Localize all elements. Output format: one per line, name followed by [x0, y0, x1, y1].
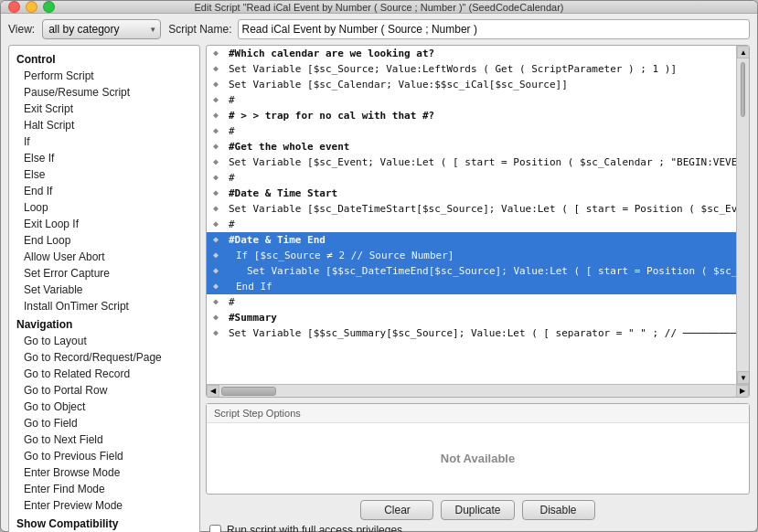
script-editor-scroll[interactable]: ◆ #Which calendar are we looking at? ◆ S…	[207, 46, 736, 384]
close-button[interactable]	[8, 1, 20, 13]
checkbox-row: Run script with full access privileges	[206, 524, 750, 532]
traffic-lights	[8, 1, 55, 13]
list-item[interactable]: Go to Layout	[9, 333, 199, 349]
script-line[interactable]: ◆ #Date & Time Start	[207, 186, 736, 201]
bottom-controls: Clear Duplicate Disable Run script with …	[206, 500, 750, 532]
list-item[interactable]: Enter Find Mode	[9, 481, 199, 497]
script-editor-body: ◆ #Which calendar are we looking at? ◆ S…	[207, 46, 749, 384]
scroll-down-arrow[interactable]: ▼	[737, 371, 749, 384]
top-row: View: all by category Script Name:	[8, 19, 750, 39]
list-item[interactable]: Install OnTimer Script	[9, 298, 199, 314]
scroll-left-arrow[interactable]: ◀	[207, 385, 219, 398]
list-item[interactable]: Go to Next Field	[9, 431, 199, 448]
script-line[interactable]: ◆ Set Variable [$sc_Calendar; Value:$$sc…	[207, 77, 736, 92]
view-select[interactable]: all by category	[42, 19, 161, 39]
script-name-input[interactable]	[238, 19, 751, 39]
script-line-highlighted[interactable]: ◆ Set Variable [$$sc_DateTimeEnd[$sc_Sou…	[207, 263, 736, 279]
options-panel: Script Step Options Not Available	[206, 403, 750, 495]
script-line[interactable]: ◆ #Get the whole event	[207, 139, 736, 154]
list-item-related-record[interactable]: Go to Related Record	[9, 366, 199, 382]
view-select-wrapper: all by category	[42, 19, 161, 39]
script-name-label: Script Name:	[168, 23, 231, 36]
vertical-scrollbar[interactable]: ▲ ▼	[736, 46, 749, 384]
script-line[interactable]: ◆ # > > trap for no cal with that #?	[207, 108, 736, 123]
view-label: View:	[8, 23, 35, 36]
options-content: Not Available	[207, 423, 749, 494]
script-line[interactable]: ◆ Set Variable [$sc_DateTimeStart[$sc_So…	[207, 201, 736, 217]
script-line[interactable]: ◆ #	[207, 92, 736, 108]
list-item[interactable]: If	[9, 133, 199, 150]
script-line[interactable]: ◆ #	[207, 170, 736, 186]
horizontal-scrollbar[interactable]: ◀ ▶	[207, 384, 749, 397]
script-line[interactable]: ◆ Set Variable [$$sc_Summary[$sc_Source]…	[207, 325, 736, 341]
options-header: Script Step Options	[207, 404, 749, 423]
scroll-thumb[interactable]	[741, 62, 745, 117]
minimize-button[interactable]	[26, 1, 37, 13]
main-window: Edit Script "Read iCal Event by Number (…	[0, 0, 758, 532]
script-line[interactable]: ◆ Set Variable [$sc_Event; Value:Let ( […	[207, 154, 736, 170]
title-bar: Edit Script "Read iCal Event by Number (…	[1, 1, 757, 14]
script-line[interactable]: ◆ Set Variable [$sc_Source; Value:LeftWo…	[207, 61, 736, 77]
script-line[interactable]: ◆ #Which calendar are we looking at?	[207, 46, 736, 61]
h-scroll-track	[219, 385, 736, 398]
list-item[interactable]: Go to Object	[9, 399, 199, 415]
full-access-checkbox[interactable]	[209, 525, 221, 533]
category-navigation-header: Navigation	[9, 314, 199, 333]
list-item[interactable]: Go to Record/Request/Page	[9, 349, 199, 366]
checkbox-label: Run script with full access privileges	[227, 524, 402, 532]
script-line-highlighted[interactable]: ◆ #Date & Time End	[207, 232, 736, 248]
main-area: Control Perform Script Pause/Resume Scri…	[8, 45, 750, 532]
list-item[interactable]: Perform Script	[9, 68, 199, 84]
script-editor: ◆ #Which calendar are we looking at? ◆ S…	[206, 45, 750, 398]
left-panel-inner: Control Perform Script Pause/Resume Scri…	[9, 46, 199, 532]
clear-button[interactable]: Clear	[360, 500, 433, 520]
disable-button[interactable]: Disable	[522, 500, 595, 520]
category-control-header: Control	[9, 49, 199, 68]
scroll-right-arrow[interactable]: ▶	[736, 385, 749, 398]
script-line-highlighted[interactable]: ◆ End If	[207, 279, 736, 294]
list-item[interactable]: Go to Field	[9, 415, 199, 431]
right-area: ◆ #Which calendar are we looking at? ◆ S…	[206, 45, 750, 532]
category-compat-header: Show Compatibility	[9, 514, 199, 532]
list-item[interactable]: Allow User Abort	[9, 249, 199, 265]
list-item[interactable]: Else If	[9, 150, 199, 166]
zoom-button[interactable]	[43, 1, 55, 13]
script-line[interactable]: ◆ #	[207, 123, 736, 139]
list-item[interactable]: End If	[9, 183, 199, 199]
duplicate-button[interactable]: Duplicate	[441, 500, 514, 520]
left-panel: Control Perform Script Pause/Resume Scri…	[8, 45, 200, 532]
content-area: View: all by category Script Name: Contr…	[1, 14, 757, 532]
list-item[interactable]: Exit Loop If	[9, 216, 199, 232]
script-name-row: Script Name:	[168, 19, 750, 39]
list-item[interactable]: Exit Script	[9, 101, 199, 117]
window-title: Edit Script "Read iCal Event by Number (…	[195, 2, 564, 13]
button-row: Clear Duplicate Disable	[206, 500, 750, 520]
list-item[interactable]: Set Error Capture	[9, 265, 199, 282]
list-item-end-loop[interactable]: End Loop	[9, 232, 199, 249]
list-item[interactable]: Enter Preview Mode	[9, 497, 199, 514]
script-line[interactable]: ◆ #	[207, 294, 736, 310]
script-line[interactable]: ◆ #Summary	[207, 310, 736, 325]
h-scroll-thumb[interactable]	[221, 387, 276, 396]
list-item[interactable]: Pause/Resume Script	[9, 84, 199, 101]
list-item[interactable]: Else	[9, 166, 199, 183]
list-item-previous-field[interactable]: Go to Previous Field	[9, 448, 199, 464]
list-item[interactable]: Set Variable	[9, 282, 199, 298]
list-item[interactable]: Halt Script	[9, 117, 199, 133]
scroll-up-arrow[interactable]: ▲	[737, 46, 749, 59]
list-item[interactable]: Go to Portal Row	[9, 382, 199, 399]
script-line-highlighted[interactable]: ◆ If [$sc_Source ≠ 2 // Source Number]	[207, 248, 736, 263]
list-item[interactable]: Loop	[9, 199, 199, 216]
list-item[interactable]: Enter Browse Mode	[9, 464, 199, 481]
not-available-text: Not Available	[441, 452, 515, 465]
script-line[interactable]: ◆ #	[207, 217, 736, 232]
